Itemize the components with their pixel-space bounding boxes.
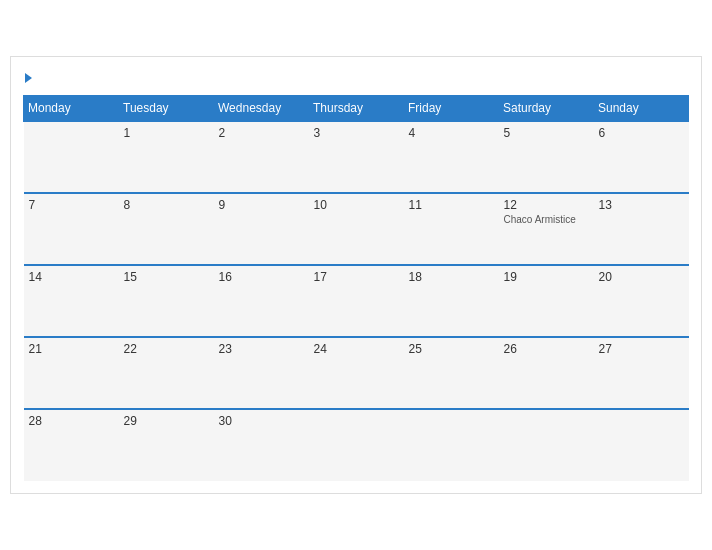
day-number: 15 xyxy=(124,270,209,284)
day-cell: 23 xyxy=(214,337,309,409)
day-cell: 6 xyxy=(594,121,689,193)
day-cell: 1 xyxy=(119,121,214,193)
day-number: 21 xyxy=(29,342,114,356)
logo-blue-text xyxy=(23,73,32,83)
weekday-header-friday: Friday xyxy=(404,96,499,122)
week-row-2: 789101112Chaco Armistice13 xyxy=(24,193,689,265)
day-cell: 30 xyxy=(214,409,309,481)
day-number: 8 xyxy=(124,198,209,212)
day-number: 24 xyxy=(314,342,399,356)
day-number: 12 xyxy=(504,198,589,212)
day-cell: 2 xyxy=(214,121,309,193)
week-row-1: 123456 xyxy=(24,121,689,193)
day-cell: 28 xyxy=(24,409,119,481)
day-cell: 8 xyxy=(119,193,214,265)
weekday-header-monday: Monday xyxy=(24,96,119,122)
day-event: Chaco Armistice xyxy=(504,214,576,225)
day-cell: 19 xyxy=(499,265,594,337)
day-cell: 24 xyxy=(309,337,404,409)
day-cell: 3 xyxy=(309,121,404,193)
day-number: 11 xyxy=(409,198,494,212)
week-row-5: 282930 xyxy=(24,409,689,481)
day-cell: 27 xyxy=(594,337,689,409)
day-cell: 16 xyxy=(214,265,309,337)
day-cell xyxy=(404,409,499,481)
day-number: 27 xyxy=(599,342,684,356)
day-number: 7 xyxy=(29,198,114,212)
day-cell: 9 xyxy=(214,193,309,265)
day-cell: 7 xyxy=(24,193,119,265)
day-cell xyxy=(309,409,404,481)
day-cell: 29 xyxy=(119,409,214,481)
day-cell: 26 xyxy=(499,337,594,409)
day-number: 23 xyxy=(219,342,304,356)
day-cell: 21 xyxy=(24,337,119,409)
week-row-3: 14151617181920 xyxy=(24,265,689,337)
day-cell: 25 xyxy=(404,337,499,409)
day-number: 19 xyxy=(504,270,589,284)
day-number: 2 xyxy=(219,126,304,140)
day-number: 3 xyxy=(314,126,399,140)
day-number: 26 xyxy=(504,342,589,356)
day-cell xyxy=(594,409,689,481)
day-cell: 15 xyxy=(119,265,214,337)
day-number: 30 xyxy=(219,414,304,428)
day-cell: 18 xyxy=(404,265,499,337)
weekday-header-saturday: Saturday xyxy=(499,96,594,122)
day-number: 14 xyxy=(29,270,114,284)
day-number: 5 xyxy=(504,126,589,140)
day-number: 4 xyxy=(409,126,494,140)
day-number: 13 xyxy=(599,198,684,212)
day-number: 20 xyxy=(599,270,684,284)
day-number: 17 xyxy=(314,270,399,284)
day-number: 18 xyxy=(409,270,494,284)
day-number: 22 xyxy=(124,342,209,356)
day-cell xyxy=(499,409,594,481)
day-cell: 4 xyxy=(404,121,499,193)
day-cell: 22 xyxy=(119,337,214,409)
calendar-header xyxy=(23,73,689,83)
day-number: 29 xyxy=(124,414,209,428)
day-number: 16 xyxy=(219,270,304,284)
day-number: 28 xyxy=(29,414,114,428)
day-number: 25 xyxy=(409,342,494,356)
day-number: 10 xyxy=(314,198,399,212)
day-number: 1 xyxy=(124,126,209,140)
day-cell: 12Chaco Armistice xyxy=(499,193,594,265)
weekday-header-tuesday: Tuesday xyxy=(119,96,214,122)
logo xyxy=(23,73,32,83)
week-row-4: 21222324252627 xyxy=(24,337,689,409)
calendar-grid: MondayTuesdayWednesdayThursdayFridaySatu… xyxy=(23,95,689,481)
calendar-container: MondayTuesdayWednesdayThursdayFridaySatu… xyxy=(10,56,702,494)
day-cell: 10 xyxy=(309,193,404,265)
day-number: 6 xyxy=(599,126,684,140)
day-number: 9 xyxy=(219,198,304,212)
day-cell: 20 xyxy=(594,265,689,337)
day-cell: 13 xyxy=(594,193,689,265)
weekday-header-row: MondayTuesdayWednesdayThursdayFridaySatu… xyxy=(24,96,689,122)
day-cell: 11 xyxy=(404,193,499,265)
day-cell xyxy=(24,121,119,193)
day-cell: 5 xyxy=(499,121,594,193)
day-cell: 17 xyxy=(309,265,404,337)
day-cell: 14 xyxy=(24,265,119,337)
weekday-header-wednesday: Wednesday xyxy=(214,96,309,122)
weekday-header-thursday: Thursday xyxy=(309,96,404,122)
logo-triangle-icon xyxy=(25,73,32,83)
weekday-header-sunday: Sunday xyxy=(594,96,689,122)
